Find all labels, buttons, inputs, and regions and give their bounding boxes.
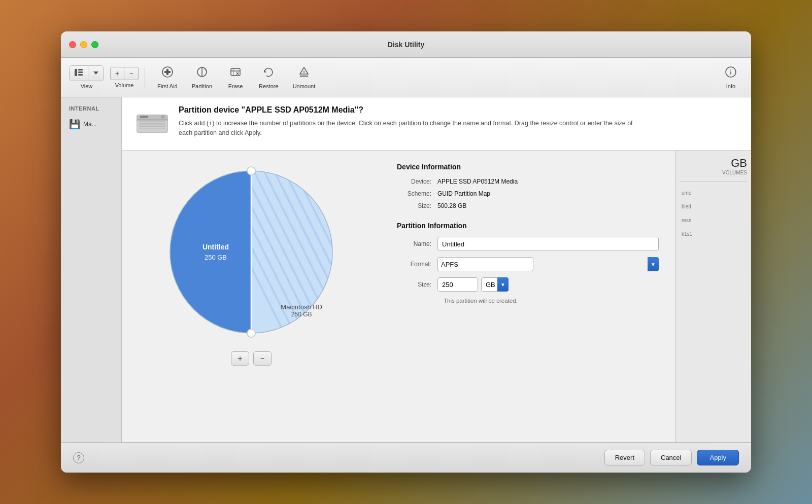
right-panel-item-1[interactable]: ume (680, 188, 747, 198)
name-form-label: Name: (397, 240, 437, 247)
svg-rect-3 (78, 74, 83, 76)
svg-rect-22 (139, 123, 165, 124)
partition-icon (196, 66, 208, 81)
format-chevron: ▼ (648, 257, 659, 271)
macintosh-hd-label: Macintosh HD 250 GB (281, 303, 322, 318)
right-section: Device Information Device: APPLE SSD AP0… (381, 151, 675, 442)
left-section: Untitled 250 GB Macintosh HD 250 GB 🖥 Ma… (122, 151, 381, 442)
panel: Partition device "APPLE SSD AP0512M Medi… (122, 97, 751, 442)
remove-partition-btn[interactable]: － (253, 351, 272, 366)
title-bar: Disk Utility (61, 31, 751, 58)
add-volume-btn[interactable]: ＋ (110, 67, 124, 80)
svg-rect-23 (139, 125, 165, 126)
device-info-title: Device Information (397, 163, 659, 171)
sidebar-item-disk[interactable]: 💾 Ma... (65, 116, 117, 133)
header-description: Click add (+) to increase the number of … (179, 119, 635, 138)
close-button[interactable] (69, 41, 76, 48)
right-panel-item-4[interactable]: k1s1 (680, 229, 747, 239)
disk-image (134, 105, 171, 142)
erase-label: Erase (228, 83, 243, 89)
traffic-lights (69, 41, 98, 48)
first-aid-label: First Aid (157, 83, 178, 89)
remove-volume-btn[interactable]: － (124, 67, 139, 80)
svg-point-42 (247, 329, 255, 337)
unmount-icon (298, 66, 310, 81)
maximize-button[interactable] (91, 41, 98, 48)
size-input[interactable] (437, 277, 478, 292)
toolbar: View ＋ － Volume First Aid (61, 58, 751, 97)
info-label: Info (726, 83, 735, 89)
unit-select-wrapper: GB TB MB ▼ (481, 277, 509, 292)
size-label: Size: (397, 202, 437, 209)
svg-rect-25 (139, 128, 165, 129)
device-info: Device Information Device: APPLE SSD AP0… (397, 163, 659, 209)
svg-point-16 (730, 69, 731, 70)
right-panel-size-block: GB VOLUMES (680, 157, 747, 175)
svg-text:Untitled: Untitled (202, 243, 229, 251)
scheme-row: Scheme: GUID Partition Map (397, 190, 659, 197)
apply-button[interactable]: Apply (697, 450, 739, 465)
bottom-bar: ? Revert Cancel Apply (61, 442, 751, 473)
svg-rect-26 (140, 116, 148, 118)
pie-chart: Untitled 250 GB Macintosh HD 250 GB 🖥 Ma… (160, 161, 343, 343)
svg-point-41 (247, 167, 255, 175)
size-value: 500.28 GB (437, 202, 466, 209)
first-aid-button[interactable]: First Aid (151, 63, 184, 92)
partition-info: Partition Information Name: Format: APFS (397, 222, 659, 304)
window-title: Disk Utility (388, 41, 424, 49)
right-panel-item-3[interactable]: ress (680, 215, 747, 225)
partition-button[interactable]: Partition (186, 63, 218, 92)
name-form-row: Name: (397, 237, 659, 251)
header-info: Partition device "APPLE SSD AP0512M Medi… (122, 97, 751, 151)
svg-rect-21 (139, 121, 165, 122)
right-panel-item-2[interactable]: bled (680, 202, 747, 211)
sidebar: Internal 💾 Ma... (61, 97, 122, 442)
svg-rect-2 (78, 71, 83, 73)
add-partition-btn[interactable]: ＋ (231, 351, 249, 366)
right-panel: GB VOLUMES ume bled ress k1s1 (675, 151, 751, 442)
scheme-value: GUID Partition Map (437, 190, 490, 197)
device-row: Device: APPLE SSD AP0512M Media (397, 178, 659, 185)
right-panel-size: GB (680, 157, 747, 170)
creation-note: This partition will be created. (444, 298, 659, 304)
help-icon: ? (77, 454, 80, 461)
dropdown-view-btn[interactable] (88, 66, 104, 81)
scheme-label: Scheme: (397, 190, 437, 197)
size-form-label: Size: (397, 281, 437, 288)
format-select-wrapper: APFS Mac OS Extended (Journaled) ExFAT M… (437, 257, 659, 271)
main-content: Internal 💾 Ma... (61, 97, 751, 442)
view-toggle[interactable] (69, 65, 104, 81)
sidebar-view-btn[interactable] (70, 66, 88, 81)
restore-label: Restore (259, 83, 279, 89)
help-button[interactable]: ? (73, 452, 84, 463)
svg-rect-1 (78, 69, 83, 70)
info-icon (725, 66, 737, 81)
disk-icon: 💾 (69, 119, 80, 130)
minimize-button[interactable] (80, 41, 87, 48)
svg-rect-10 (231, 68, 240, 76)
unit-select[interactable]: GB TB MB (481, 277, 509, 292)
size-input-group: GB TB MB ▼ (437, 277, 509, 292)
sidebar-item-label: Ma... (83, 121, 97, 128)
erase-button[interactable]: Erase (220, 63, 251, 92)
restore-button[interactable]: Restore (253, 63, 285, 92)
first-aid-icon (161, 66, 174, 81)
erase-icon (229, 66, 242, 81)
info-button[interactable]: Info (719, 63, 743, 92)
volume-label: Volume (115, 82, 134, 88)
right-panel-separator (680, 182, 747, 182)
device-value: APPLE SSD AP0512M Media (437, 178, 518, 185)
svg-rect-24 (139, 126, 165, 127)
name-input[interactable] (437, 237, 659, 251)
cancel-button[interactable]: Cancel (650, 450, 692, 465)
unmount-button[interactable]: Unmount (287, 63, 322, 92)
format-form-label: Format: (397, 261, 437, 268)
svg-rect-7 (164, 71, 171, 73)
svg-text:250 GB: 250 GB (205, 254, 227, 261)
unmount-label: Unmount (293, 83, 316, 89)
format-select[interactable]: APFS Mac OS Extended (Journaled) ExFAT M… (437, 257, 533, 271)
revert-button[interactable]: Revert (604, 450, 645, 465)
toolbar-sep-1 (145, 67, 145, 88)
svg-marker-4 (93, 71, 98, 75)
header-text: Partition device "APPLE SSD AP0512M Medi… (179, 105, 635, 138)
